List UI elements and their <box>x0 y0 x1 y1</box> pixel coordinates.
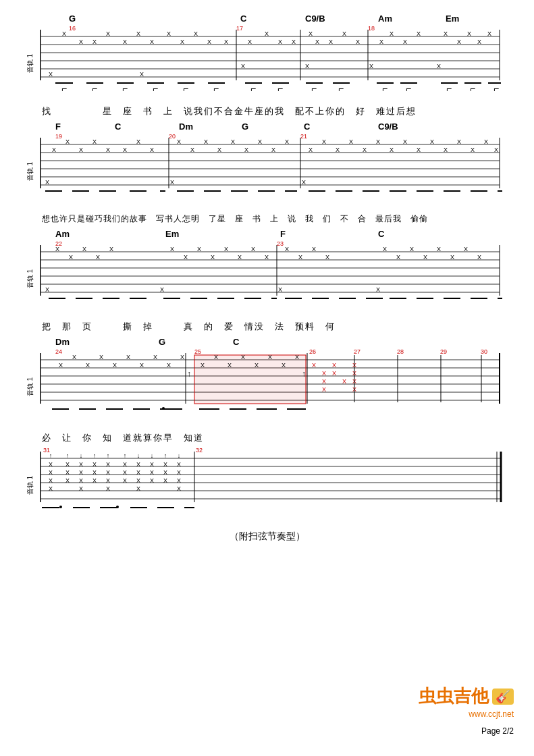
svg-text:⌐: ⌐ <box>493 83 499 94</box>
svg-text:X: X <box>271 146 275 153</box>
svg-text:X: X <box>410 246 414 252</box>
svg-text:X: X <box>150 477 154 484</box>
svg-text:X: X <box>123 461 127 468</box>
svg-text:X: X <box>309 30 313 37</box>
svg-text:29: 29 <box>440 350 447 355</box>
svg-text:X: X <box>92 138 97 145</box>
lyrics-1: 找 星 座 书 上 说我们不合金牛座的我 配不上你的 好 难过后想 <box>27 105 507 117</box>
svg-text:25: 25 <box>194 350 201 355</box>
section-1: G C C9/B Am Em 音轨 1 16 17 18 <box>27 14 507 117</box>
logo-text: 虫虫吉他 <box>419 684 489 708</box>
svg-text:X: X <box>45 286 49 293</box>
svg-text:X: X <box>150 146 154 153</box>
svg-text:X: X <box>163 477 167 484</box>
svg-text:X: X <box>92 38 97 45</box>
svg-text:X: X <box>376 138 380 145</box>
svg-text:⌐: ⌐ <box>470 83 475 94</box>
svg-text:X: X <box>65 461 70 468</box>
svg-text:X: X <box>106 146 110 153</box>
svg-text:X: X <box>390 30 394 37</box>
svg-text:X: X <box>467 30 471 37</box>
svg-text:X: X <box>312 362 316 369</box>
svg-text:32: 32 <box>196 448 203 454</box>
svg-text:X: X <box>258 138 262 145</box>
svg-text:X: X <box>325 254 329 261</box>
svg-text:⌐: ⌐ <box>311 83 317 94</box>
svg-text:⌐: ⌐ <box>153 83 158 94</box>
staff-svg-4: 音轨 1 24 25 26 27 28 29 30 X X X <box>27 350 506 431</box>
svg-text:X: X <box>136 469 140 476</box>
chord-G: G <box>69 14 76 24</box>
svg-text:X: X <box>136 30 140 37</box>
chord-Am2: Am <box>55 229 70 239</box>
svg-text:X: X <box>113 362 117 369</box>
chord-F2: F <box>280 229 286 239</box>
svg-text:X: X <box>177 477 181 484</box>
svg-text:X: X <box>79 469 83 476</box>
svg-text:音轨 1: 音轨 1 <box>27 475 34 495</box>
lyrics-2: 想也许只是碰巧我们的故事 写书人怎明 了星 座 书 上 说 我 们 不 合 最后… <box>27 213 507 225</box>
svg-text:X: X <box>177 485 181 492</box>
svg-text:X: X <box>477 254 481 261</box>
svg-text:X: X <box>180 354 184 360</box>
svg-text:X: X <box>315 38 319 45</box>
svg-text:X: X <box>396 254 400 261</box>
svg-text:X: X <box>106 485 110 492</box>
svg-text:X: X <box>45 179 49 186</box>
svg-text:X: X <box>423 254 427 261</box>
svg-text:↓: ↓ <box>151 452 154 459</box>
svg-text:20: 20 <box>169 134 176 140</box>
chord-Em2: Em <box>165 229 179 239</box>
svg-text:X: X <box>342 30 346 37</box>
chord-C9B2: C9/B <box>378 122 398 132</box>
svg-text:X: X <box>184 254 188 261</box>
svg-text:X: X <box>170 179 174 186</box>
svg-text:X: X <box>376 286 380 293</box>
svg-text:X: X <box>204 138 208 145</box>
svg-text:X: X <box>49 71 53 78</box>
svg-text:X: X <box>464 246 468 252</box>
svg-text:X: X <box>457 138 461 145</box>
section-5: 音轨 1 31 32 ↑ X X X X ↑ X X X ↓ <box>27 448 507 522</box>
svg-text:X: X <box>207 38 211 45</box>
svg-text:X: X <box>251 246 255 252</box>
svg-text:⌐: ⌐ <box>406 83 411 94</box>
svg-text:X: X <box>65 138 70 145</box>
svg-text:X: X <box>298 254 302 261</box>
svg-text:X: X <box>59 362 63 369</box>
svg-point-331 <box>59 506 62 508</box>
svg-text:X: X <box>241 63 245 70</box>
svg-text:X: X <box>150 469 154 476</box>
svg-text:X: X <box>211 254 215 261</box>
svg-text:X: X <box>336 146 340 153</box>
svg-text:X: X <box>329 38 333 45</box>
svg-text:X: X <box>390 146 394 153</box>
svg-text:⌐: ⌐ <box>183 83 188 94</box>
svg-text:X: X <box>177 138 181 145</box>
svg-text:X: X <box>244 146 248 153</box>
svg-text:↑: ↑ <box>93 452 97 459</box>
svg-text:X: X <box>180 38 184 45</box>
chord-C2: C <box>115 122 121 132</box>
svg-text:X: X <box>295 354 299 360</box>
svg-text:X: X <box>136 138 140 145</box>
chord-Em: Em <box>446 14 459 24</box>
svg-text:X: X <box>322 138 326 145</box>
svg-text:X: X <box>96 254 100 261</box>
svg-text:X: X <box>302 179 306 186</box>
svg-text:X: X <box>217 146 221 153</box>
svg-text:↑: ↑ <box>49 452 53 459</box>
svg-text:X: X <box>140 71 144 78</box>
svg-text:X: X <box>123 477 127 484</box>
svg-text:21: 21 <box>300 134 307 140</box>
svg-text:X: X <box>65 469 70 476</box>
svg-text:⌐: ⌐ <box>277 83 283 94</box>
svg-text:X: X <box>228 362 232 369</box>
svg-text:音轨 1: 音轨 1 <box>27 161 34 181</box>
svg-text:X: X <box>417 146 421 153</box>
svg-text:X: X <box>201 362 205 369</box>
page-number: Page 2/2 <box>481 726 514 736</box>
svg-text:X: X <box>444 146 448 153</box>
section-3: Am Em F C 音轨 1 22 23 X X X X X X <box>27 229 507 333</box>
svg-text:X: X <box>167 30 171 37</box>
